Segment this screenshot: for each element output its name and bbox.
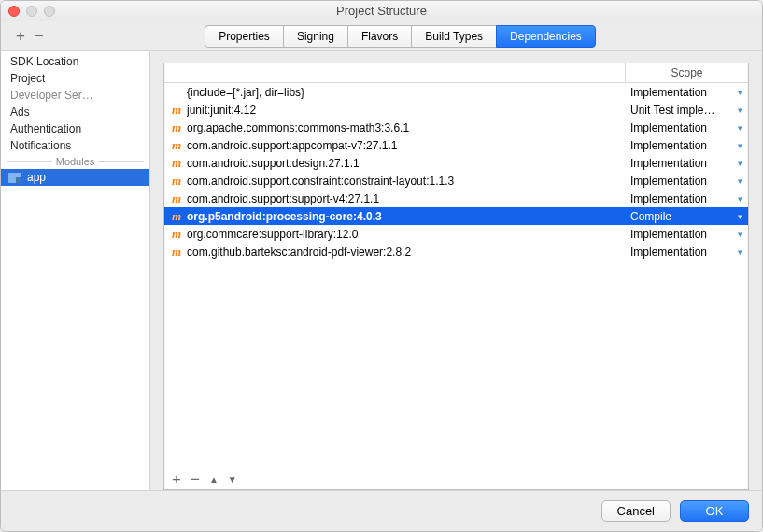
sidebar-item[interactable]: Ads bbox=[1, 104, 149, 120]
dependency-name: com.android.support:support-v4:27.1.1 bbox=[187, 192, 625, 205]
add-dependency-button[interactable]: + bbox=[172, 471, 181, 487]
chevron-down-icon: ▾ bbox=[738, 176, 742, 186]
dependency-row[interactable]: {include=[*.jar], dir=libs}Implementatio… bbox=[164, 83, 748, 101]
body: SDK LocationProjectDeveloper Ser…AdsAuth… bbox=[1, 51, 762, 490]
maven-icon: m bbox=[172, 191, 187, 206]
dependency-row[interactable]: morg.p5android:processing-core:4.0.3Comp… bbox=[164, 207, 748, 225]
dependencies-list: Scope {include=[*.jar], dir=libs}Impleme… bbox=[163, 63, 749, 490]
sidebar: SDK LocationProjectDeveloper Ser…AdsAuth… bbox=[1, 51, 150, 490]
scope-cell[interactable]: Compile▾ bbox=[625, 210, 744, 223]
dependency-name: com.github.barteksc:android-pdf-viewer:2… bbox=[187, 245, 625, 259]
dependency-name: com.android.support:design:27.1.1 bbox=[187, 157, 625, 170]
dependency-name: com.android.support.constraint:constrain… bbox=[187, 175, 625, 188]
remove-module-button[interactable]: − bbox=[35, 28, 44, 44]
dependency-row[interactable]: morg.commcare:support-library:12.0Implem… bbox=[164, 225, 748, 243]
folder-icon bbox=[8, 173, 21, 183]
scope-cell[interactable]: Implementation▾ bbox=[625, 86, 744, 99]
name-column-header[interactable] bbox=[164, 63, 625, 82]
sidebar-module-label: app bbox=[27, 171, 46, 184]
footer: Cancel OK bbox=[1, 490, 762, 531]
maven-icon: m bbox=[172, 103, 187, 118]
tab-properties[interactable]: Properties bbox=[205, 25, 284, 48]
tab-bar: PropertiesSigningFlavorsBuild TypesDepen… bbox=[150, 25, 650, 48]
scope-cell[interactable]: Unit Test imple…▾ bbox=[625, 104, 744, 117]
remove-dependency-button[interactable]: − bbox=[191, 471, 200, 487]
scope-value: Implementation bbox=[630, 121, 707, 134]
dependency-name: org.commcare:support-library:12.0 bbox=[187, 228, 625, 241]
dependency-name: org.p5android:processing-core:4.0.3 bbox=[187, 210, 625, 223]
chevron-down-icon: ▾ bbox=[738, 88, 742, 97]
main-panel: Scope {include=[*.jar], dir=libs}Impleme… bbox=[150, 51, 762, 490]
sidebar-module-app[interactable]: app bbox=[1, 169, 149, 186]
modules-header-label: Modules bbox=[56, 156, 95, 167]
add-module-button[interactable]: + bbox=[16, 28, 25, 44]
chevron-down-icon: ▾ bbox=[738, 194, 742, 203]
maven-icon: m bbox=[172, 209, 187, 224]
scope-value: Implementation bbox=[630, 245, 707, 259]
scope-cell[interactable]: Implementation▾ bbox=[625, 228, 744, 241]
scope-cell[interactable]: Implementation▾ bbox=[625, 121, 744, 134]
tab-signing[interactable]: Signing bbox=[283, 25, 348, 48]
tab-flavors[interactable]: Flavors bbox=[347, 25, 412, 48]
maven-icon: m bbox=[172, 120, 187, 135]
chevron-down-icon: ▾ bbox=[738, 230, 742, 239]
tab-build-types[interactable]: Build Types bbox=[411, 25, 497, 48]
chevron-down-icon: ▾ bbox=[738, 105, 742, 115]
scope-cell[interactable]: Implementation▾ bbox=[625, 245, 744, 259]
scope-value: Implementation bbox=[630, 86, 707, 99]
dependency-name: org.apache.commons:commons-math3:3.6.1 bbox=[187, 121, 625, 134]
dependency-name: junit:junit:4.12 bbox=[187, 104, 625, 117]
window-controls bbox=[8, 6, 55, 17]
sidebar-item[interactable]: Project bbox=[1, 70, 149, 87]
chevron-down-icon: ▾ bbox=[738, 141, 742, 150]
chevron-down-icon: ▾ bbox=[738, 159, 742, 168]
maven-icon: m bbox=[172, 138, 187, 153]
list-toolbar: + − ▲ ▼ bbox=[164, 469, 748, 489]
move-up-button[interactable]: ▲ bbox=[209, 475, 219, 484]
tab-dependencies[interactable]: Dependencies bbox=[496, 25, 596, 48]
dependency-row[interactable]: mcom.android.support:design:27.1.1Implem… bbox=[164, 154, 748, 172]
scope-value: Implementation bbox=[630, 139, 707, 152]
list-body: {include=[*.jar], dir=libs}Implementatio… bbox=[164, 83, 748, 469]
modules-header: Modules bbox=[7, 156, 144, 167]
chevron-down-icon: ▾ bbox=[738, 212, 742, 221]
scope-value: Implementation bbox=[630, 175, 707, 188]
dependency-row[interactable]: morg.apache.commons:commons-math3:3.6.1I… bbox=[164, 119, 748, 136]
sidebar-item[interactable]: Authentication bbox=[1, 120, 149, 137]
maven-icon: m bbox=[172, 174, 187, 189]
dependency-name: com.android.support:appcompat-v7:27.1.1 bbox=[187, 139, 625, 152]
ok-button[interactable]: OK bbox=[680, 500, 749, 522]
scope-cell[interactable]: Implementation▾ bbox=[625, 175, 744, 188]
sidebar-item[interactable]: Developer Ser… bbox=[1, 87, 149, 104]
dependency-row[interactable]: mcom.android.support:appcompat-v7:27.1.1… bbox=[164, 136, 748, 154]
list-header: Scope bbox=[164, 63, 748, 83]
scope-cell[interactable]: Implementation▾ bbox=[625, 157, 744, 170]
close-window-icon[interactable] bbox=[8, 6, 20, 17]
scope-column-header[interactable]: Scope bbox=[625, 63, 748, 82]
cancel-button[interactable]: Cancel bbox=[601, 500, 671, 522]
maven-icon: m bbox=[172, 156, 187, 171]
sidebar-item[interactable]: Notifications bbox=[1, 137, 149, 154]
scope-cell[interactable]: Implementation▾ bbox=[625, 192, 744, 205]
dependency-row[interactable]: mjunit:junit:4.12Unit Test imple…▾ bbox=[164, 101, 748, 119]
dependency-row[interactable]: mcom.android.support:support-v4:27.1.1Im… bbox=[164, 189, 748, 207]
chevron-down-icon: ▾ bbox=[738, 123, 742, 133]
scope-cell[interactable]: Implementation▾ bbox=[625, 139, 744, 152]
move-down-button[interactable]: ▼ bbox=[228, 475, 237, 484]
dependency-name: {include=[*.jar], dir=libs} bbox=[187, 86, 625, 99]
maven-icon: m bbox=[172, 227, 187, 242]
scope-value: Compile bbox=[630, 210, 671, 223]
module-tool-buttons: + − bbox=[1, 28, 150, 44]
scope-value: Implementation bbox=[630, 228, 707, 241]
maven-icon: m bbox=[172, 245, 187, 259]
scope-value: Implementation bbox=[630, 192, 707, 205]
dependency-row[interactable]: mcom.github.barteksc:android-pdf-viewer:… bbox=[164, 243, 748, 260]
dependency-row[interactable]: mcom.android.support.constraint:constrai… bbox=[164, 172, 748, 189]
titlebar: Project Structure bbox=[1, 1, 762, 21]
chevron-down-icon: ▾ bbox=[738, 247, 742, 257]
zoom-window-icon[interactable] bbox=[44, 6, 55, 17]
top-row: + − PropertiesSigningFlavorsBuild TypesD… bbox=[1, 21, 762, 51]
minimize-window-icon[interactable] bbox=[26, 6, 37, 17]
scope-value: Implementation bbox=[630, 157, 707, 170]
sidebar-item[interactable]: SDK Location bbox=[1, 53, 149, 70]
